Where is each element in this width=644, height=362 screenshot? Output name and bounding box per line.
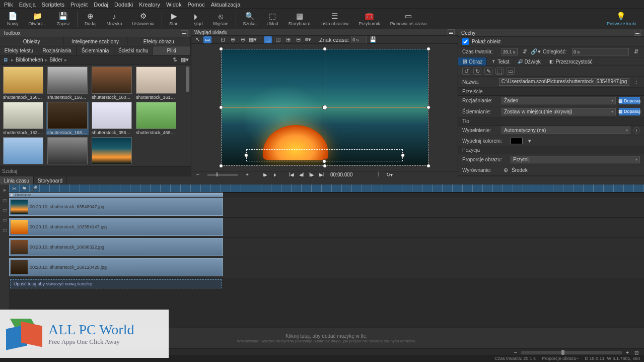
menu-pomoc[interactable]: Pomoc: [187, 2, 204, 8]
fill-select[interactable]: Automatyczny (na): [502, 127, 630, 134]
bc-libraries[interactable]: Bibliotheken: [16, 57, 43, 63]
tb-imagelist[interactable]: ☰Lista obrazów: [316, 9, 354, 29]
tl-track2-icon[interactable]: ▭: [0, 205, 9, 215]
del-frame-icon[interactable]: ⊟: [294, 36, 302, 43]
chapter-bar[interactable]: ◆Rozdział: [9, 193, 223, 198]
snap-icon[interactable]: ⬚: [264, 36, 272, 43]
rtab-opacity[interactable]: ◧Przezroczystość: [545, 57, 597, 66]
timeline-clip[interactable]: 00:20.10, shutterstock_16098322.jpg: [9, 238, 223, 256]
text-selection[interactable]: [246, 149, 403, 161]
tb-add[interactable]: ⊕Dodaj: [80, 9, 102, 29]
timeline-clip[interactable]: 00:20.10, shutterstock_102554147.jpg: [9, 218, 223, 236]
tl-zoom-slider[interactable]: [521, 351, 622, 354]
tb-toolbox[interactable]: 🧰Przybornik: [353, 9, 385, 29]
tab-fadeout[interactable]: Ściemniania: [77, 46, 115, 55]
tab-effects[interactable]: Efekty obrazu: [127, 37, 191, 46]
tb-new[interactable]: 📄Nowy: [2, 9, 24, 29]
menu-edycja[interactable]: Edycja: [19, 2, 36, 8]
thumb-item[interactable]: [91, 137, 133, 165]
tab-objects[interactable]: Obiekty: [0, 37, 63, 46]
handle-tr[interactable]: [426, 47, 431, 51]
edit-icon[interactable]: ✎: [484, 68, 492, 75]
menu-dodatki[interactable]: Dodatki: [114, 2, 133, 8]
handle-bm[interactable]: [323, 164, 327, 168]
props-close[interactable]: ▬: [634, 30, 641, 36]
toolbox-close[interactable]: ▬: [181, 30, 188, 36]
preview-close[interactable]: ▬: [448, 29, 455, 35]
pointer-icon[interactable]: ↖: [193, 36, 201, 43]
thumb-item[interactable]: shutterstock_35613667: [91, 102, 133, 135]
thumb-item[interactable]: shutterstock_15055036: [2, 67, 44, 100]
thumb-item[interactable]: shutterstock_16195867: [135, 67, 177, 100]
duration-input[interactable]: 20,1 s: [502, 48, 518, 55]
tb-start[interactable]: ▶Start: [164, 9, 184, 29]
tb-save[interactable]: 💾Zapisz: [52, 9, 76, 29]
tl-tab-timeline[interactable]: Linia czasu: [0, 176, 34, 185]
menu-scriptlets[interactable]: Scriptlets: [42, 2, 64, 8]
sort-icon[interactable]: ⇅: [171, 56, 179, 64]
ruler-scissors-icon[interactable]: ✂: [10, 185, 18, 192]
menu-dodaj[interactable]: Dodaj: [94, 2, 108, 8]
fadeout-select[interactable]: Zostaw w miejscu(nie ukrywaj): [502, 108, 616, 115]
aspect-select[interactable]: Przytnij: [511, 156, 640, 163]
link-icon[interactable]: 🔗▾: [532, 48, 540, 55]
thumb-item[interactable]: shutterstock_46865710: [135, 102, 177, 135]
rtab-sound[interactable]: 🔊Dźwięk: [514, 57, 545, 66]
tab-texteffects[interactable]: Efekty tekstu: [0, 46, 38, 55]
rotate-cw-icon[interactable]: ↻: [473, 68, 481, 75]
keyframe-icon[interactable]: 💾: [369, 36, 377, 43]
menu-plik[interactable]: Plik: [4, 2, 13, 8]
safe-icon[interactable]: ◫: [274, 36, 282, 43]
tab-motionpaths[interactable]: Ścieżki ruchu: [114, 46, 153, 55]
fadeout-adjust[interactable]: ▦Dopasuj: [619, 108, 640, 115]
timeline-clip[interactable]: 00:20.10, shutterstock_63548947.jpg: [9, 198, 223, 216]
color-drop-icon[interactable]: ▾: [526, 138, 534, 145]
tl-track1-icon[interactable]: ▭: [0, 195, 9, 205]
bc-images[interactable]: Bilder: [49, 57, 62, 63]
tab-templates[interactable]: Inteligentne szablony: [63, 37, 127, 46]
zoom-out-icon[interactable]: ⊖: [239, 36, 247, 43]
tb-open[interactable]: 📁Otwórz...: [24, 9, 52, 29]
handle-tm[interactable]: [323, 47, 327, 51]
select-icon[interactable]: ▭: [203, 36, 211, 43]
thumb-item[interactable]: [2, 137, 44, 165]
delay-input[interactable]: 0 s: [572, 48, 629, 55]
delay-spin-icon[interactable]: ⇵: [632, 48, 640, 55]
fadein-select[interactable]: Żaden: [502, 97, 616, 104]
fillcolor-picker[interactable]: [511, 138, 523, 144]
tb-vtimeline[interactable]: ▭Pionowa oś czasu: [385, 9, 432, 29]
menu-kreatory[interactable]: Kreatory: [139, 2, 160, 8]
handle-center[interactable]: [322, 105, 327, 110]
search-input[interactable]: Szukaj: [2, 168, 17, 174]
crop-icon[interactable]: ⬚: [495, 68, 504, 75]
handle-rm[interactable]: [426, 105, 431, 109]
thumb-item[interactable]: shutterstock_16098322: [91, 67, 133, 100]
tb-from-here[interactable]: ⏵... ştąd: [184, 9, 208, 29]
menu-projekt[interactable]: Projekt: [70, 2, 88, 8]
spin-up-icon[interactable]: ⇵: [521, 48, 529, 55]
scrollbar[interactable]: [185, 65, 191, 166]
align-icon[interactable]: ≡▾: [304, 36, 312, 43]
rotate-ccw-icon[interactable]: ↺: [462, 68, 470, 75]
zoom-fit-icon[interactable]: ⊡: [219, 36, 227, 43]
info-icon[interactable]: i: [633, 127, 640, 134]
mark-time[interactable]: 0 s: [351, 36, 367, 43]
tb-exit[interactable]: ⎋Wyjście: [208, 9, 234, 29]
ruler-flag-icon[interactable]: ⚑: [20, 185, 28, 192]
tl-track3-icon[interactable]: ▭: [0, 215, 9, 225]
thumb-item[interactable]: shutterstock_15679466: [46, 67, 89, 100]
zoom-slider[interactable]: [207, 174, 238, 176]
rtab-text[interactable]: TTekst: [487, 57, 514, 66]
tl-track4-icon[interactable]: ▭: [0, 225, 9, 235]
menu-aktualizacja[interactable]: Aktualizacja: [211, 2, 241, 8]
tb-search[interactable]: 🔍Szukaj: [238, 9, 262, 29]
monitor-icon[interactable]: 🖥: [2, 57, 9, 63]
handle-bl[interactable]: [219, 164, 223, 168]
grid-icon[interactable]: ▦▾: [249, 36, 257, 43]
thumb-item[interactable]: shutterstock_16220102: [2, 102, 44, 135]
show-object-check[interactable]: [462, 38, 469, 45]
handle-tl[interactable]: [219, 47, 223, 51]
first-steps-link[interactable]: 💡 Pierwsze kroki: [607, 12, 636, 26]
canvas[interactable]: [191, 44, 458, 171]
tb-music[interactable]: ♪Muzyka: [102, 9, 127, 29]
